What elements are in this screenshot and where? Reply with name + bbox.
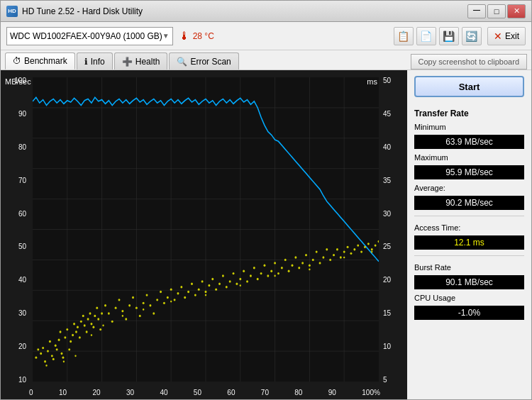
svg-point-64 [132,296,134,299]
y-left-50: 50 [18,243,26,250]
svg-point-136 [45,365,47,367]
y-left-20: 20 [18,343,26,350]
svg-point-71 [156,299,158,301]
svg-point-21 [40,352,42,355]
tab-errorscan[interactable]: 🔍 Error Scan [169,52,238,70]
svg-point-53 [97,318,99,320]
tab-benchmark[interactable]: ⏱ Benchmark [5,52,75,70]
refresh-icon-btn[interactable]: 🔄 [462,27,482,45]
dropdown-arrow-icon: ▼ [162,32,170,40]
svg-point-92 [229,280,231,282]
svg-point-138 [74,355,76,357]
svg-point-50 [92,326,94,328]
minimum-label: Minimum [414,123,524,131]
svg-point-44 [82,315,84,317]
svg-point-125 [343,250,345,252]
svg-point-94 [235,283,238,285]
svg-point-127 [350,252,352,255]
svg-point-109 [288,270,290,272]
close-button[interactable]: ✕ [507,4,526,18]
svg-point-76 [174,299,176,301]
copy-icon-btn[interactable]: 📋 [394,27,414,45]
tab-info[interactable]: ℹ Info [77,52,113,70]
maximize-button[interactable]: □ [487,4,506,18]
paste-icon-btn[interactable]: 📄 [416,27,436,45]
titlebar: HD HD Tune 2.52 - Hard Disk Utility ─ □ … [1,1,531,22]
errorscan-icon: 🔍 [177,57,187,67]
y-axis-right: 50 45 40 35 30 25 20 15 10 5 [380,77,407,384]
svg-point-141 [122,315,123,317]
start-button[interactable]: Start [414,76,524,97]
svg-point-79 [184,296,186,299]
drive-selector[interactable]: WDC WD1002FAEX-00Y9A0 (1000 GB) ▼ [6,27,173,45]
svg-point-78 [180,286,182,288]
temperature-value: 28 °C [193,31,214,41]
minimize-button[interactable]: ─ [467,4,486,18]
cpu-usage-value: -1.0% [414,306,524,320]
exit-button[interactable]: ✕ Exit [487,27,526,45]
window-controls: ─ □ ✕ [467,4,526,18]
svg-point-85 [205,291,207,293]
svg-point-93 [233,272,235,274]
svg-point-38 [72,334,74,336]
svg-point-80 [187,291,189,293]
benchmark-icon: ⏱ [13,56,21,66]
svg-point-117 [316,250,318,252]
svg-point-67 [143,302,145,304]
health-icon: ➕ [122,57,133,67]
svg-point-68 [146,294,148,296]
svg-point-63 [128,304,131,306]
save-icon-btn[interactable]: 💾 [439,27,459,45]
svg-point-121 [329,259,331,261]
svg-point-86 [208,284,210,287]
svg-point-26 [51,355,53,357]
svg-point-27 [52,358,55,360]
svg-point-133 [371,248,373,250]
svg-point-130 [360,250,362,252]
svg-point-30 [58,339,60,341]
svg-point-148 [343,257,345,259]
thermometer-icon: 🌡 [179,30,190,43]
divider-2 [414,255,524,256]
svg-point-19 [35,356,37,358]
svg-point-123 [336,248,338,250]
y-left-80: 80 [18,144,26,151]
tab-errorscan-label: Error Scan [190,57,231,67]
y-right-40: 40 [383,144,391,151]
svg-point-40 [75,330,77,333]
svg-point-137 [63,360,65,362]
main-window: HD HD Tune 2.52 - Hard Disk Utility ─ □ … [0,0,532,400]
svg-point-29 [56,348,58,350]
svg-point-72 [160,291,162,293]
y-left-10: 10 [18,377,26,384]
start-label: Start [459,82,480,92]
svg-point-58 [111,321,113,323]
tab-info-label: Info [91,57,105,67]
svg-point-73 [163,302,165,304]
svg-point-107 [281,267,283,269]
toolbar: WDC WD1002FAEX-00Y9A0 (1000 GB) ▼ 🌡 28 °… [1,22,531,50]
svg-point-112 [298,267,300,269]
svg-point-101 [260,272,262,274]
svg-point-129 [357,244,359,246]
svg-point-110 [292,265,294,267]
toolbar-icons: 📋 📄 💾 🔄 [394,27,482,45]
y-axis-left: 100 90 80 70 60 50 40 30 20 10 [1,77,29,384]
y-left-90: 90 [18,111,26,118]
tab-health[interactable]: ➕ Health [114,52,168,70]
svg-point-20 [37,348,39,350]
y-right-25: 25 [383,243,391,250]
benchmark-chart [33,77,379,382]
chart-area: MB/sec ms 100 90 80 70 60 50 40 30 20 10… [1,70,407,399]
app-icon: HD [6,6,18,17]
y-left-70: 70 [18,177,26,184]
svg-point-89 [218,283,221,285]
window-title: HD Tune 2.52 - Hard Disk Utility [22,6,467,16]
svg-point-108 [284,259,287,261]
svg-point-116 [312,259,314,261]
maximum-label: Maximum [414,153,524,162]
svg-point-106 [277,272,279,274]
screenshot-button[interactable]: Copy screenshot to clipboard [411,54,527,70]
svg-point-122 [333,254,335,256]
average-value: 90.2 MB/sec [414,196,524,210]
